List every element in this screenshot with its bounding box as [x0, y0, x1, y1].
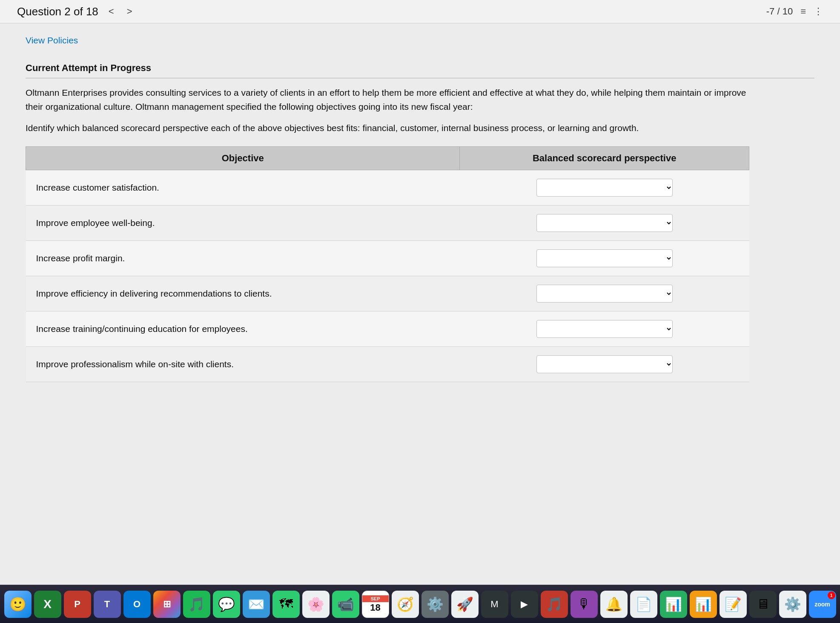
dock-numbers[interactable]: 📊	[660, 591, 687, 618]
scorecard-table: Objective Balanced scorecard perspective…	[26, 146, 749, 382]
table-row: Improve employee well-being.FinancialCus…	[26, 205, 749, 240]
objective-cell-3: Increase profit margin.	[26, 240, 460, 276]
table-row: Increase training/continuing education f…	[26, 311, 749, 346]
objective-cell-5: Increase training/continuing education f…	[26, 311, 460, 346]
objective-cell-2: Improve employee well-being.	[26, 205, 460, 240]
dock-messages[interactable]: 💬	[213, 591, 240, 618]
top-bar: Question 2 of 18 < > -7 / 10 ≡ ⋮	[0, 0, 840, 23]
current-attempt-heading: Current Attempt in Progress	[26, 63, 814, 78]
dropdown-cell-6[interactable]: FinancialCustomerInternal Business Proce…	[460, 346, 749, 382]
dock-calendar-month: SEP	[362, 595, 389, 602]
dock-control-center[interactable]: ⚙️	[421, 591, 449, 618]
dock-office[interactable]: ⊞	[153, 591, 181, 618]
score-display: -7 / 10	[766, 6, 793, 17]
dock: 🙂 X P T O ⊞ 🎵 💬 ✉️ 🗺 🌸 📹 SEP 18 🧭 ⚙️ 🚀 M…	[0, 585, 840, 623]
bsp-dropdown-1[interactable]: FinancialCustomerInternal Business Proce…	[536, 179, 673, 197]
objective-cell-1: Increase customer satisfaction.	[26, 170, 460, 205]
instruction-text: Identify which balanced scorecard perspe…	[26, 121, 749, 135]
dock-safari[interactable]: 🧭	[392, 591, 419, 618]
more-icon[interactable]: ⋮	[814, 6, 823, 17]
dropdown-cell-1[interactable]: FinancialCustomerInternal Business Proce…	[460, 170, 749, 205]
dock-calendar-date: 18	[370, 602, 380, 613]
dock-pages[interactable]: 📄	[630, 591, 657, 618]
dropdown-cell-4[interactable]: FinancialCustomerInternal Business Proce…	[460, 276, 749, 311]
dock-spotify[interactable]: 🎵	[183, 591, 210, 618]
next-question-button[interactable]: >	[124, 5, 135, 18]
dock-outlook[interactable]: O	[123, 591, 151, 618]
dock-finder[interactable]: 🙂	[4, 591, 32, 618]
dock-screensaver[interactable]: 🖥	[749, 591, 777, 618]
prev-question-button[interactable]: <	[106, 5, 117, 18]
zoom-badge: 1	[828, 592, 835, 599]
top-bar-left: Question 2 of 18 < >	[17, 5, 135, 18]
dropdown-cell-5[interactable]: FinancialCustomerInternal Business Proce…	[460, 311, 749, 346]
bsp-dropdown-5[interactable]: FinancialCustomerInternal Business Proce…	[536, 320, 673, 338]
dropdown-cell-3[interactable]: FinancialCustomerInternal Business Proce…	[460, 240, 749, 276]
bsp-column-header: Balanced scorecard perspective	[460, 146, 749, 170]
dock-maps[interactable]: 🗺	[272, 591, 300, 618]
dock-excel[interactable]: X	[34, 591, 61, 618]
dock-music[interactable]: 🎵	[541, 591, 568, 618]
dock-teams[interactable]: T	[94, 591, 121, 618]
bsp-dropdown-2[interactable]: FinancialCustomerInternal Business Proce…	[536, 214, 673, 232]
dock-zoom[interactable]: zoom 1	[809, 591, 836, 618]
top-bar-right: -7 / 10 ≡ ⋮	[766, 6, 823, 17]
dock-notification[interactable]: 🔔	[600, 591, 628, 618]
dropdown-cell-2[interactable]: FinancialCustomerInternal Business Proce…	[460, 205, 749, 240]
question-label: Question 2 of 18	[17, 5, 98, 18]
dock-texteditor[interactable]: 📝	[720, 591, 747, 618]
objective-cell-4: Improve efficiency in delivering recomme…	[26, 276, 460, 311]
scenario-text: Oltmann Enterprises provides consulting …	[26, 86, 749, 114]
dock-launchpad[interactable]: 🚀	[451, 591, 479, 618]
table-row: Increase customer satisfaction.Financial…	[26, 170, 749, 205]
bsp-dropdown-3[interactable]: FinancialCustomerInternal Business Proce…	[536, 249, 673, 267]
dock-appletv[interactable]: ▶	[511, 591, 538, 618]
list-icon[interactable]: ≡	[800, 6, 806, 17]
dock-keynote[interactable]: 📊	[690, 591, 717, 618]
bsp-dropdown-6[interactable]: FinancialCustomerInternal Business Proce…	[536, 355, 673, 373]
bsp-dropdown-4[interactable]: FinancialCustomerInternal Business Proce…	[536, 285, 673, 303]
table-row: Increase profit margin.FinancialCustomer…	[26, 240, 749, 276]
table-row: Improve efficiency in delivering recomme…	[26, 276, 749, 311]
dock-systemprefs[interactable]: ⚙️	[779, 591, 806, 618]
dock-mail[interactable]: ✉️	[243, 591, 270, 618]
dock-powerpoint[interactable]: P	[64, 591, 91, 618]
table-row: Improve professionalism while on-site wi…	[26, 346, 749, 382]
view-policies-link[interactable]: View Policies	[26, 35, 78, 46]
dock-podcasts[interactable]: 🎙	[571, 591, 598, 618]
dock-claude[interactable]: M	[481, 591, 508, 618]
objective-column-header: Objective	[26, 146, 460, 170]
objective-cell-6: Improve professionalism while on-site wi…	[26, 346, 460, 382]
dock-facetime[interactable]: 📹	[332, 591, 359, 618]
dock-photos[interactable]: 🌸	[302, 591, 330, 618]
main-content: View Policies Current Attempt in Progres…	[0, 23, 840, 585]
dock-calendar[interactable]: SEP 18	[362, 591, 389, 618]
